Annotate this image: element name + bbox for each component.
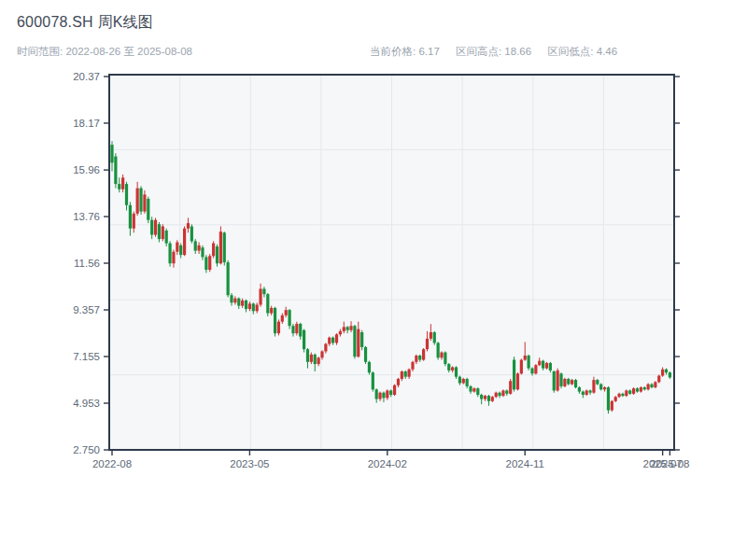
- candle-body: [212, 244, 215, 257]
- candle-body: [397, 379, 400, 385]
- candle-body: [303, 330, 305, 349]
- candle-body: [559, 373, 562, 386]
- candle-body: [574, 380, 577, 387]
- candle-body: [509, 381, 512, 394]
- candle-body: [204, 257, 207, 270]
- candle-body: [462, 379, 465, 384]
- candle-body: [632, 388, 635, 394]
- y-axis-label: 13.76: [73, 211, 100, 222]
- candle-body: [513, 360, 515, 390]
- candle-body: [654, 382, 656, 387]
- candle-body: [599, 385, 602, 390]
- candle-body: [563, 379, 566, 386]
- candle-body: [571, 380, 573, 385]
- candle-body: [219, 231, 222, 263]
- candle-body: [165, 231, 168, 244]
- y-axis-label: 20.37: [73, 71, 100, 82]
- candle-body: [469, 386, 472, 392]
- candle-body: [310, 355, 313, 362]
- candle-body: [585, 390, 588, 395]
- candle-body: [324, 343, 327, 351]
- candle-body: [650, 385, 653, 387]
- candle-body: [346, 327, 349, 329]
- candle-body: [505, 390, 508, 393]
- candle-body: [223, 232, 226, 262]
- candle-body: [401, 371, 403, 379]
- candle-body: [317, 357, 320, 364]
- candle-body: [455, 367, 458, 376]
- candle-body: [528, 356, 530, 369]
- candle-body: [643, 387, 646, 389]
- candle-body: [375, 389, 378, 399]
- candle-body: [447, 364, 450, 371]
- candle-body: [495, 393, 498, 398]
- candle-body: [444, 353, 446, 364]
- candle-body: [476, 388, 479, 395]
- candle-body: [291, 326, 294, 333]
- candle-body: [357, 329, 359, 357]
- y-axis-label: 7.155: [73, 351, 100, 362]
- candle-body: [110, 145, 113, 162]
- y-axis-label: 11.56: [74, 258, 100, 269]
- candle-body: [150, 220, 153, 235]
- candle-body: [647, 385, 650, 390]
- candle-body: [328, 338, 331, 344]
- candle-body: [198, 245, 201, 251]
- candle-body: [582, 392, 585, 395]
- candle-body: [480, 395, 483, 399]
- candle-body: [241, 301, 244, 306]
- y-axis-label: 9.357: [73, 304, 100, 315]
- candle-body: [274, 308, 276, 333]
- candle-body: [256, 304, 259, 311]
- candle-body: [136, 189, 139, 214]
- candle-body: [252, 303, 255, 311]
- candle-body: [114, 157, 117, 185]
- candle-body: [661, 370, 664, 376]
- candle-body: [343, 327, 345, 331]
- candle-body: [168, 244, 171, 264]
- candle-body: [143, 194, 146, 211]
- candle-body: [266, 294, 269, 313]
- candle-body: [411, 362, 414, 370]
- candle-body: [360, 332, 363, 347]
- candle-body: [382, 393, 385, 399]
- candle-body: [524, 356, 527, 360]
- candle-body: [248, 303, 251, 309]
- candle-body: [520, 360, 523, 374]
- candle-body: [288, 310, 290, 326]
- candle-body: [669, 372, 671, 377]
- candle-body: [553, 371, 556, 390]
- candle-body: [592, 380, 595, 393]
- candle-body: [339, 331, 342, 334]
- candle-body: [607, 387, 610, 411]
- candle-body: [386, 390, 388, 398]
- candle-body: [139, 189, 142, 212]
- candle-body: [121, 177, 124, 189]
- candle-body: [320, 351, 323, 357]
- candle-body: [530, 369, 533, 374]
- candle-body: [466, 379, 469, 386]
- candle-body: [557, 371, 559, 391]
- candle-body: [349, 326, 352, 330]
- candle-body: [498, 393, 500, 396]
- kline-chart: 20.3718.1715.9613.7611.569.3577.1554.953…: [0, 0, 747, 560]
- candle-body: [665, 370, 668, 372]
- candle-body: [172, 252, 175, 263]
- candle-body: [501, 390, 504, 396]
- y-axis-label: 15.96: [73, 164, 100, 175]
- candle-body: [538, 361, 541, 366]
- y-axis-label: 4.953: [73, 398, 100, 409]
- candle-body: [194, 241, 197, 250]
- candle-body: [187, 223, 190, 229]
- candle-body: [372, 372, 374, 389]
- candle-body: [567, 379, 570, 385]
- candle-body: [389, 390, 392, 395]
- candle-body: [259, 288, 261, 304]
- x-axis-label: 2023-05: [230, 458, 269, 469]
- candle-body: [596, 380, 599, 385]
- candle-body: [270, 308, 273, 314]
- candle-body: [208, 256, 211, 270]
- candle-body: [233, 299, 236, 303]
- y-axis-label: 2.750: [73, 444, 100, 455]
- candle-body: [625, 390, 627, 396]
